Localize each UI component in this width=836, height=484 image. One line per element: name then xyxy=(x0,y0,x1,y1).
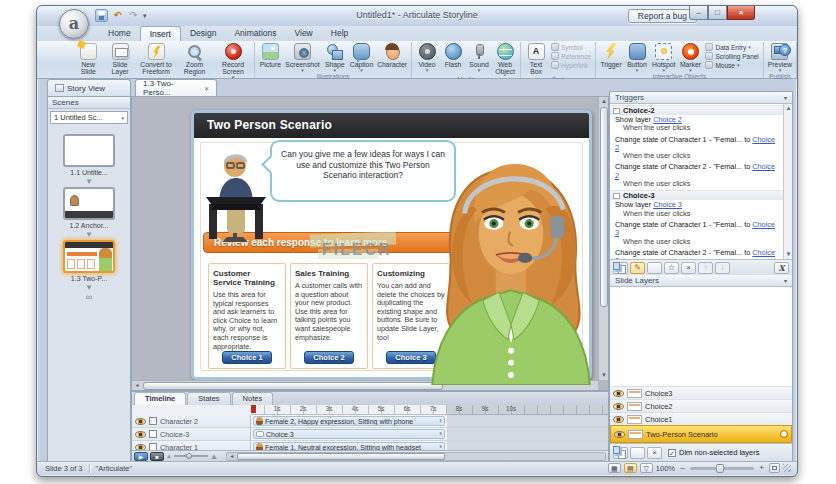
scroll-left-icon[interactable]: ◂ xyxy=(132,381,142,390)
zoom-out-icon[interactable]: – xyxy=(678,464,687,473)
trigger-button[interactable]: Trigger xyxy=(598,42,624,69)
scroll-thumb[interactable] xyxy=(143,382,443,390)
zoom-in-large-icon[interactable]: ▲ xyxy=(210,452,218,461)
manage-variables-button[interactable]: X xyxy=(774,262,789,274)
marker-button[interactable]: Marker▾ xyxy=(677,42,703,73)
web-object-button[interactable]: Web Object xyxy=(492,42,518,76)
delete-layer-button[interactable]: × xyxy=(647,447,662,459)
timeline-scrollbar[interactable]: ◂ xyxy=(226,452,606,461)
card-sales-training[interactable]: Sales Training A customer calls with a q… xyxy=(290,263,368,369)
fit-to-window-icon[interactable] xyxy=(769,463,780,473)
scroll-up-icon[interactable]: ▲ xyxy=(784,104,793,113)
view-story-icon[interactable]: ▦ xyxy=(608,463,621,473)
sound-button[interactable]: Sound▾ xyxy=(466,42,492,73)
scroll-left-icon[interactable]: ◂ xyxy=(227,452,237,461)
playhead-marker[interactable] xyxy=(251,405,256,413)
timeline-zoom-slider[interactable] xyxy=(174,455,208,457)
checkbox-icon[interactable] xyxy=(149,443,157,450)
play-button[interactable]: ▶ xyxy=(134,452,148,461)
caption-button[interactable]: Caption▾ xyxy=(348,42,375,73)
slider-thumb[interactable] xyxy=(186,453,192,459)
eye-icon[interactable] xyxy=(135,431,146,438)
triggers-panel-header[interactable]: Triggers ▾ xyxy=(610,92,792,104)
hotspot-button[interactable]: Hotspot▾ xyxy=(650,42,677,73)
timeline-bar[interactable]: Choice 3 › xyxy=(253,429,445,439)
mouse-button[interactable]: Mouse▾ xyxy=(705,61,758,69)
layer-row-choice1[interactable]: Choice1 xyxy=(610,412,792,425)
new-slide-button[interactable]: New Slide xyxy=(73,42,103,76)
minimize-button[interactable]: – xyxy=(689,6,708,20)
resize-grip[interactable] xyxy=(783,464,791,472)
reference-button[interactable]: Reference xyxy=(551,52,591,60)
slide-document-tab[interactable]: 1.3 Two-Perso... × xyxy=(135,79,217,96)
flash-button[interactable]: Flash xyxy=(440,42,466,69)
trigger-item[interactable]: Show layer Choice 3 When the user clicks xyxy=(610,200,783,219)
zoom-out-small-icon[interactable]: ▲ xyxy=(166,453,172,459)
tab-animations[interactable]: Animations xyxy=(225,26,285,41)
checkbox-checked-icon[interactable]: ✓ xyxy=(668,449,676,457)
record-screen-button[interactable]: Record Screen▾ xyxy=(214,42,253,80)
tab-home[interactable]: Home xyxy=(99,26,140,41)
dim-layers-checkbox[interactable]: ✓ Dim non-selected layers xyxy=(668,448,759,457)
tab-states[interactable]: States xyxy=(187,392,230,405)
video-button[interactable]: Video▾ xyxy=(414,42,440,73)
picture-button[interactable]: Picture xyxy=(257,42,283,69)
delete-trigger-button[interactable]: × xyxy=(681,262,696,274)
edit-trigger-button[interactable] xyxy=(630,262,645,274)
checkbox-icon[interactable] xyxy=(149,417,157,425)
close-tab-icon[interactable]: × xyxy=(204,84,209,93)
slide-layers-panel-header[interactable]: Slide Layers ▾ xyxy=(610,275,792,287)
view-filter-icon[interactable]: ▽ xyxy=(640,463,653,473)
screenshot-button[interactable]: Screenshot▾ xyxy=(283,42,321,73)
layer-row-choice3[interactable]: Choice3 xyxy=(610,386,792,399)
paste-trigger-button[interactable]: ☆ xyxy=(664,262,679,274)
slide-stage[interactable]: Two Person Scenario Can you giv xyxy=(191,110,592,380)
close-button[interactable]: × xyxy=(727,6,755,20)
trigger-item[interactable]: Change state of Character 1 - "Femal... … xyxy=(610,220,783,247)
convert-to-freeform-button[interactable]: Convert to Freeform xyxy=(137,42,176,76)
scroll-thumb[interactable] xyxy=(600,107,608,307)
eye-icon[interactable] xyxy=(614,431,625,438)
copy-trigger-button[interactable] xyxy=(647,262,662,274)
qat-dropdown-icon[interactable]: ▾ xyxy=(143,12,147,20)
character-button[interactable]: Character xyxy=(375,42,409,69)
scroll-thumb[interactable] xyxy=(237,453,445,460)
stop-button[interactable]: ■ xyxy=(150,452,164,461)
timeline-bar[interactable]: Female 2, Happy expression, Sitting with… xyxy=(253,416,445,426)
card-customer-service[interactable]: Customer Service Training Use this area … xyxy=(208,263,286,369)
eye-icon[interactable] xyxy=(613,403,624,410)
checkbox-icon[interactable] xyxy=(149,430,157,438)
woman-character-illustration[interactable] xyxy=(422,151,600,385)
eye-icon[interactable] xyxy=(613,390,624,397)
duplicate-layer-button[interactable] xyxy=(630,447,645,459)
hyperlink-button[interactable]: Hyperlink xyxy=(551,61,591,69)
undo-icon[interactable]: ↶ xyxy=(111,9,124,22)
layer-row-choice2[interactable]: Choice2 xyxy=(610,399,792,412)
story-view-tab[interactable]: Story View xyxy=(47,79,131,96)
tab-design[interactable]: Design xyxy=(181,26,225,41)
save-icon[interactable] xyxy=(95,9,108,22)
zoom-region-button[interactable]: Zoom Region xyxy=(175,42,214,76)
zoom-in-icon[interactable]: + xyxy=(757,464,766,473)
redo-icon[interactable]: ↷ xyxy=(127,9,140,22)
help-icon[interactable]: ? xyxy=(779,44,791,56)
triggers-scrollbar[interactable]: ▲ ▼ xyxy=(783,104,792,259)
scroll-down-icon[interactable]: ▼ xyxy=(599,371,609,380)
tab-notes[interactable]: Notes xyxy=(232,392,274,405)
slide-canvas[interactable]: Two Person Scenario Can you giv xyxy=(131,96,609,391)
trigger-item[interactable]: Show layer Choice 2 When the user clicks xyxy=(610,115,783,134)
eye-icon[interactable] xyxy=(135,418,146,425)
report-a-bug-button[interactable]: Report a bug xyxy=(628,9,697,23)
text-box-button[interactable]: aText Box xyxy=(523,42,549,76)
move-trigger-down-button[interactable]: ↓ xyxy=(715,262,730,274)
trigger-group-choice2[interactable]: Choice-2 xyxy=(610,105,783,115)
move-trigger-up-button[interactable]: ↑ xyxy=(698,262,713,274)
slide-thumbnail-3-selected[interactable] xyxy=(63,240,115,273)
choice-1-button[interactable]: Choice 1 xyxy=(222,351,272,364)
slide-thumbnail-2[interactable] xyxy=(63,187,115,220)
slide-thumbnail-1[interactable] xyxy=(63,134,115,167)
slider-thumb[interactable] xyxy=(716,464,724,473)
trigger-item[interactable]: Change state of Character 2 - "Femal... … xyxy=(610,162,783,189)
layer-row-two-person-scenario-selected[interactable]: Two-Person Scenario xyxy=(610,425,792,443)
symbol-button[interactable]: Symbol xyxy=(551,43,591,51)
